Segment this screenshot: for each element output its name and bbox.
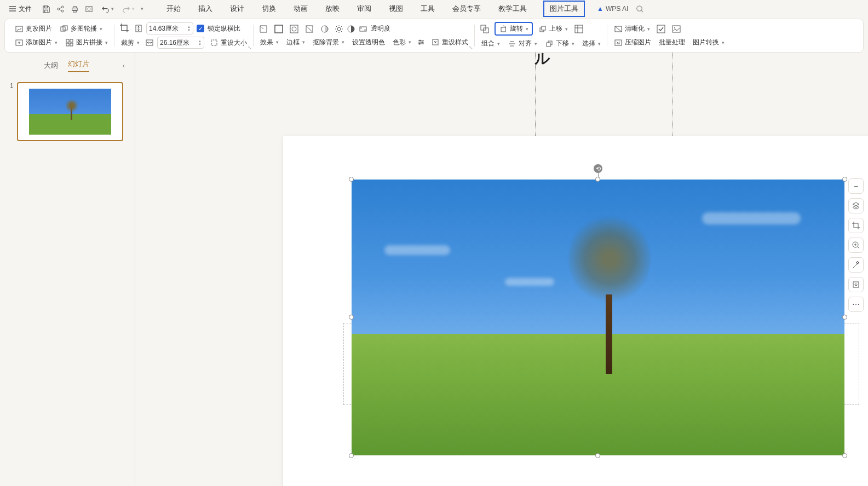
selection-pane-icon[interactable] <box>573 24 585 34</box>
save-icon[interactable] <box>42 4 50 13</box>
remove-bg-icon[interactable] <box>289 24 301 34</box>
width-input[interactable]: 26.16厘米▲▼ <box>157 37 204 49</box>
tab-tools[interactable]: 工具 <box>419 2 436 16</box>
tab-insert[interactable]: 插入 <box>197 2 214 16</box>
convert-button[interactable]: 图片转换▾ <box>691 37 727 48</box>
align-button[interactable]: 对齐▾ <box>505 38 539 49</box>
undo-icon[interactable] <box>101 4 110 13</box>
color-icon[interactable] <box>319 24 331 34</box>
move-up-button[interactable]: 上移▾ <box>536 23 570 34</box>
layers-button[interactable] <box>848 198 864 213</box>
slide-thumbnail-row: 1 <box>0 77 135 141</box>
compress-button[interactable]: 压缩图片 <box>612 37 653 48</box>
crop-tool-button[interactable] <box>848 218 864 233</box>
tab-review[interactable]: 审阅 <box>356 2 372 16</box>
print-icon[interactable] <box>70 4 79 13</box>
share-icon[interactable] <box>56 4 65 13</box>
check-icon[interactable] <box>656 24 668 34</box>
move-down-button[interactable]: 下移▾ <box>543 38 577 49</box>
file-label: 文件 <box>19 4 32 14</box>
selected-image[interactable]: ⟲ <box>352 180 844 455</box>
file-menu[interactable]: 文件 <box>4 2 36 16</box>
undo-dropdown-icon[interactable]: ▾ <box>111 6 114 11</box>
rotate-button[interactable]: 旋转▾ <box>495 22 533 36</box>
spinner-icon[interactable]: ▲▼ <box>187 25 191 32</box>
border-icon[interactable] <box>273 24 285 34</box>
preview-icon[interactable] <box>84 4 93 13</box>
tab-slideshow[interactable]: 放映 <box>324 2 341 16</box>
dialog-launcher-icon[interactable]: ⤡ <box>248 45 252 50</box>
tab-transition[interactable]: 切换 <box>261 2 277 16</box>
transparency-picker-icon[interactable] <box>304 24 316 34</box>
resize-handle[interactable] <box>842 453 847 458</box>
adjust-icon[interactable] <box>417 38 426 47</box>
more-button[interactable]: ⋯ <box>848 297 864 312</box>
reset-size-button[interactable]: 重设大小 <box>208 37 249 49</box>
resize-handle[interactable] <box>349 315 354 320</box>
group-icon[interactable] <box>479 24 491 34</box>
border-button[interactable]: 边框▾ <box>284 37 307 48</box>
zoom-out-button[interactable]: − <box>848 178 864 194</box>
export-button[interactable] <box>848 277 864 292</box>
slide-thumbnail[interactable] <box>17 82 123 141</box>
group-button[interactable]: 组合▾ <box>479 38 502 49</box>
lock-ratio-checkbox[interactable]: ✓ <box>197 25 204 32</box>
tab-picture-tools[interactable]: 图片工具 <box>543 1 585 17</box>
multi-outline-button[interactable]: 多图轮播▾ <box>58 23 105 34</box>
tab-animation[interactable]: 动画 <box>292 2 309 16</box>
select-button[interactable]: 选择▾ <box>580 38 603 49</box>
resize-handle[interactable] <box>349 177 354 182</box>
magic-button[interactable] <box>848 257 864 273</box>
svg-point-43 <box>674 27 675 28</box>
remove-bg-button[interactable]: 抠除背景▾ <box>311 37 347 48</box>
resize-handle[interactable] <box>842 315 847 320</box>
canvas-area[interactable]: ル ⟲ − ⋯ <box>135 53 868 486</box>
add-image-button[interactable]: 添加图片▾ <box>13 37 60 48</box>
resize-handle[interactable] <box>595 453 600 458</box>
svg-rect-19 <box>211 40 217 45</box>
redo-icon[interactable] <box>122 4 130 13</box>
resize-handle[interactable] <box>595 177 600 182</box>
color-button[interactable]: 色彩▾ <box>390 37 413 48</box>
crop-icon[interactable] <box>119 22 131 34</box>
reset-style-button[interactable]: 重设样式 <box>429 37 470 48</box>
outline-tab[interactable]: 大纲 <box>44 61 58 71</box>
wps-ai-button[interactable]: ▲ WPS AI <box>597 5 628 13</box>
svg-rect-21 <box>290 25 298 33</box>
crop-button[interactable]: 裁剪▾ <box>119 37 142 49</box>
rotation-handle[interactable]: ⟲ <box>594 164 602 173</box>
convert-icon[interactable] <box>671 24 683 34</box>
align-icon <box>508 39 516 48</box>
resize-handle[interactable] <box>842 177 847 182</box>
brightness-icon[interactable] <box>335 25 343 33</box>
set-transparent-button[interactable]: 设置透明色 <box>350 37 387 48</box>
image-stitch-button[interactable]: 图片拼接▾ <box>63 37 110 48</box>
tab-member[interactable]: 会员专享 <box>451 2 482 16</box>
height-input[interactable]: 14.63厘米▲▼ <box>146 22 193 34</box>
tab-home[interactable]: 开始 <box>165 2 182 16</box>
search-icon[interactable] <box>636 5 644 13</box>
resize-handle[interactable] <box>349 453 354 458</box>
zoom-button[interactable] <box>848 238 864 253</box>
svg-point-28 <box>419 40 421 42</box>
tab-design[interactable]: 设计 <box>229 2 245 16</box>
spinner-icon[interactable]: ▲▼ <box>198 39 202 46</box>
reset-style-icon <box>431 38 440 47</box>
redo-dropdown-icon[interactable]: ▾ <box>132 6 135 11</box>
dialog-launcher-icon[interactable]: ⤡ <box>469 45 473 50</box>
effect-button[interactable]: 效果▾ <box>258 37 281 48</box>
effect-icon[interactable] <box>258 24 270 34</box>
tab-view[interactable]: 视图 <box>388 2 404 16</box>
batch-button[interactable]: 批量处理 <box>657 37 687 48</box>
tab-teaching[interactable]: 教学工具 <box>497 2 528 16</box>
slides-tab[interactable]: 幻灯片 <box>68 59 89 72</box>
change-image-button[interactable]: 更改图片 <box>13 23 54 34</box>
collapse-panel-icon[interactable]: ‹ <box>123 62 125 70</box>
svg-rect-13 <box>66 39 69 42</box>
qat-more-icon[interactable]: ▾ <box>141 6 143 11</box>
transparency-icon[interactable] <box>359 25 367 33</box>
sharpen-icon <box>614 25 623 33</box>
sharpen-button[interactable]: 清晰化▾ <box>612 23 652 34</box>
contrast-icon[interactable] <box>347 25 355 33</box>
transparency-label[interactable]: 透明度 <box>371 24 390 33</box>
